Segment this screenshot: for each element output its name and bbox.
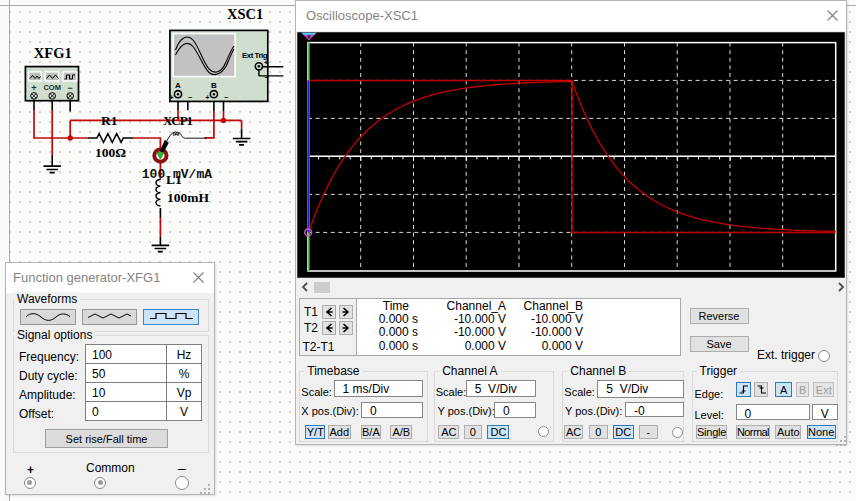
svg-text:+: +: [264, 58, 269, 67]
svg-text:COM: COM: [43, 83, 61, 92]
svg-text:100mH: 100mH: [167, 190, 209, 205]
svg-text:B: B: [211, 81, 217, 90]
svg-text:XCP1: XCP1: [163, 113, 193, 128]
svg-text:R1: R1: [101, 113, 118, 128]
svg-text:XFG1: XFG1: [34, 45, 72, 61]
svg-text:−: −: [188, 94, 192, 101]
svg-text:XSC1: XSC1: [227, 6, 263, 22]
svg-text:A: A: [175, 81, 181, 90]
svg-text:+: +: [205, 94, 209, 101]
svg-text:−: −: [68, 83, 73, 93]
svg-text:100Ω: 100Ω: [95, 145, 126, 160]
svg-text:+: +: [31, 83, 36, 93]
svg-text:+: +: [170, 94, 174, 101]
svg-text:−: −: [265, 73, 270, 82]
svg-text:100 mV/mA: 100 mV/mA: [142, 167, 212, 182]
svg-text:−: −: [224, 94, 228, 101]
